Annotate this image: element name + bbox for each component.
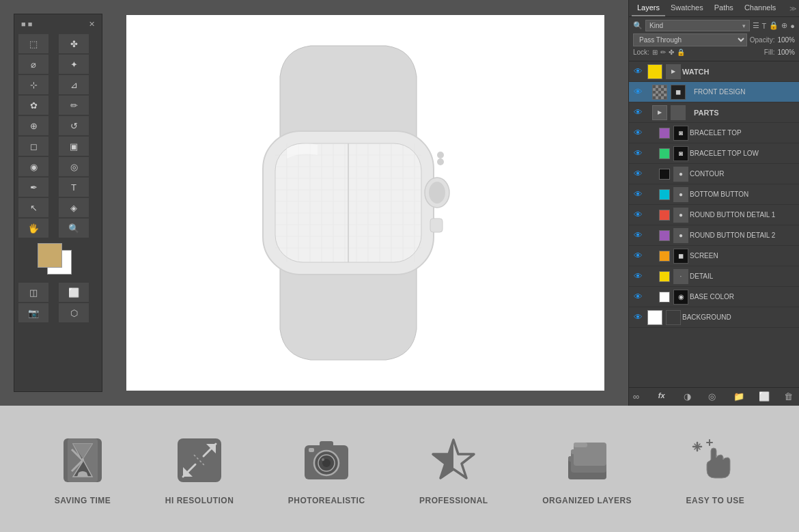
layer-background[interactable]: 👁 BACKGROUND (629, 307, 799, 328)
lock-px-icon[interactable]: ✏ (660, 48, 666, 56)
fx-icon[interactable]: fx (658, 391, 669, 402)
shape-tool[interactable]: ◈ (59, 198, 89, 217)
tab-layers[interactable]: Layers (632, 0, 665, 16)
camera-raw-tool[interactable]: 📷 (18, 303, 48, 322)
marquee-tool[interactable]: ⬚ (18, 34, 48, 53)
kind-dropdown-icon[interactable]: ▾ (742, 23, 746, 29)
visibility-bottom-button[interactable]: 👁 (632, 188, 644, 201)
add-mask-icon[interactable]: ◑ (684, 391, 695, 402)
gradient-tool[interactable]: ▣ (59, 137, 89, 156)
organized-layers-label: ORGANIZED LAYERS (542, 496, 632, 505)
lasso-tool[interactable]: ⌀ (18, 55, 48, 74)
layer-thumb-screen: ◼ (673, 249, 688, 264)
visibility-parts[interactable]: 👁 (632, 107, 644, 119)
eyedropper-tool[interactable]: ⊿ (59, 75, 89, 94)
swatch-screen (659, 251, 670, 262)
layer-mask-parts (671, 105, 686, 120)
path-selection-tool[interactable]: ↖ (18, 198, 48, 217)
layer-round-button-1[interactable]: 👁 ● ROUND BUTTON DETAIL 1 (629, 205, 799, 225)
layer-thumb-detail: · (673, 269, 688, 284)
blend-mode-select[interactable]: Pass Through (633, 33, 747, 46)
lock-all-icon[interactable]: 🔒 (677, 48, 685, 56)
zoom-tool[interactable]: 🔍 (59, 219, 89, 238)
layer-round-button-2[interactable]: 👁 ● ROUND BUTTON DETAIL 2 (629, 225, 799, 246)
toolbar-collapse[interactable]: ■ ■ (21, 20, 32, 29)
visibility-watch[interactable]: 👁 (632, 66, 644, 78)
group-icon[interactable]: 📁 (733, 391, 744, 402)
filter-icon2[interactable]: T (762, 22, 767, 30)
text-tool[interactable]: T (59, 178, 89, 197)
visibility-detail[interactable]: 👁 (632, 270, 644, 283)
visibility-contour[interactable]: 👁 (632, 168, 644, 180)
layer-thumb-bracelet-top: ◙ (673, 126, 688, 141)
lock-move-icon[interactable]: ✤ (669, 48, 674, 56)
history-brush-tool[interactable]: ↺ (59, 116, 89, 135)
layer-bracelet-top[interactable]: 👁 ◙ BRACELET TOP (629, 123, 799, 143)
opacity-value: 100% (777, 36, 795, 44)
screen-mode-tool[interactable]: ⬜ (59, 283, 89, 302)
feature-easy-to-use: EASY TO USE (686, 433, 745, 505)
layer-parts[interactable]: 👁 ▶ PARTS (629, 102, 799, 123)
fill-row: Lock: ⊞ ✏ ✤ 🔒 Fill: 100% (633, 48, 795, 56)
layers-panel: Layers Swatches Paths Channels ≫ 🔍 Kind … (628, 0, 799, 406)
layer-bracelet-top-low[interactable]: 👁 ◙ BRACELET TOP LOW (629, 143, 799, 164)
layer-thumb-base-color: ◉ (673, 290, 688, 305)
layer-watch[interactable]: 👁 ▶ WATCH (629, 61, 799, 82)
lock-pos-icon[interactable]: ⊞ (652, 48, 658, 56)
feature-saving-time: SAVING TIME (55, 433, 111, 505)
blur-tool[interactable]: ◉ (18, 157, 48, 176)
pen-tool[interactable]: ✒ (18, 178, 48, 197)
move-tool[interactable]: ✤ (59, 34, 89, 53)
filter-toggle[interactable]: ● (790, 22, 795, 30)
visibility-background[interactable]: 👁 (632, 311, 644, 324)
visibility-screen[interactable]: 👁 (632, 250, 644, 262)
link-icon[interactable]: ∞ (633, 391, 644, 402)
delete-layer-icon[interactable]: 🗑 (784, 391, 795, 402)
visibility-round-button-1[interactable]: 👁 (632, 209, 644, 221)
brush-tool[interactable]: ✏ (59, 96, 89, 115)
kind-select[interactable]: Kind ▾ (645, 20, 750, 31)
eraser-tool[interactable]: ◻ (18, 137, 48, 156)
tab-channels[interactable]: Channels (739, 0, 781, 16)
healing-tool[interactable]: ✿ (18, 96, 48, 115)
tab-swatches[interactable]: Swatches (665, 0, 709, 16)
visibility-front-design[interactable]: 👁 (632, 86, 644, 98)
foreground-color-swatch[interactable] (38, 243, 62, 268)
layer-screen[interactable]: 👁 ◼ SCREEN (629, 246, 799, 266)
svg-rect-50 (309, 448, 314, 452)
swatch-detail (659, 271, 670, 282)
layer-front-design[interactable]: 👁 ◼ FRONT DESIGN (629, 82, 799, 102)
layer-detail[interactable]: 👁 · DETAIL (629, 266, 799, 287)
dodge-tool[interactable]: ◎ (59, 157, 89, 176)
layer-base-color[interactable]: 👁 ◉ BASE COLOR (629, 287, 799, 307)
visibility-bracelet-top[interactable]: 👁 (632, 127, 644, 139)
visibility-base-color[interactable]: 👁 (632, 291, 644, 303)
quick-mask-tool[interactable]: ◫ (18, 283, 48, 302)
filter-icon4[interactable]: ⊕ (781, 21, 787, 30)
hand-tool[interactable]: 🖐 (18, 219, 48, 238)
layer-contour[interactable]: 👁 ● CONTOUR (629, 164, 799, 184)
artboards-tool[interactable]: ⬡ (59, 303, 89, 322)
panel-tabs: Layers Swatches Paths Channels ≫ (629, 0, 799, 17)
visibility-bracelet-top-low[interactable]: 👁 (632, 148, 644, 160)
layer-thumb-round-button-1: ● (673, 208, 688, 223)
professional-icon (426, 433, 481, 488)
toolbar-close[interactable]: ✕ (89, 20, 95, 29)
tab-paths[interactable]: Paths (709, 0, 739, 16)
canvas-frame (126, 15, 604, 391)
adjustment-icon[interactable]: ◎ (708, 391, 719, 402)
professional-label: PROFESSIONAL (419, 496, 488, 505)
panel-expand-icon[interactable]: ≫ (789, 5, 796, 12)
layer-bottom-button[interactable]: 👁 ● BOTTOM BUTTON (629, 184, 799, 205)
feature-professional: PROFESSIONAL (419, 433, 488, 505)
easy-to-use-icon (688, 433, 742, 488)
magic-wand-tool[interactable]: ✦ (59, 55, 89, 74)
crop-tool[interactable]: ⊹ (18, 75, 48, 94)
visibility-round-button-2[interactable]: 👁 (632, 229, 644, 242)
filter-icon1[interactable]: ☰ (753, 21, 759, 30)
new-layer-icon[interactable]: ⬜ (759, 391, 770, 402)
clone-stamp-tool[interactable]: ⊕ (18, 116, 48, 135)
filter-icon3[interactable]: 🔒 (769, 21, 779, 30)
layer-name-watch: WATCH (682, 68, 796, 76)
kind-label: Kind (649, 22, 663, 29)
